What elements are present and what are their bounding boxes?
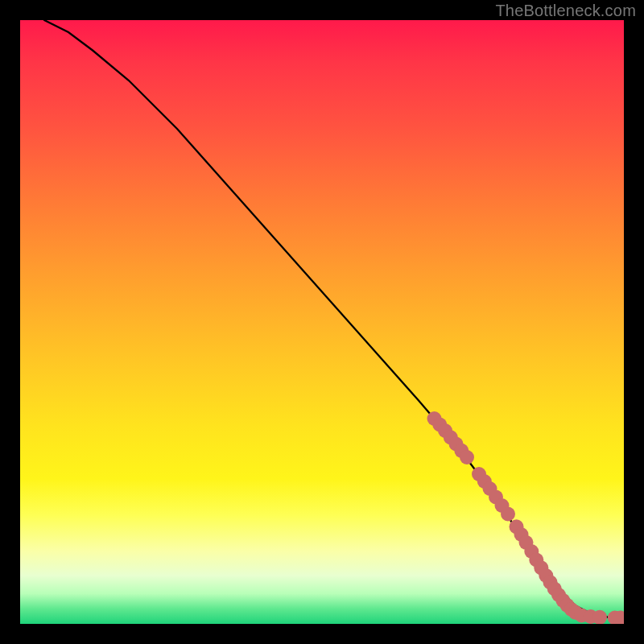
- data-point: [501, 507, 515, 522]
- chart-svg: [20, 20, 624, 624]
- data-point: [460, 450, 474, 464]
- watermark-text: TheBottleneck.com: [495, 2, 636, 20]
- marker-group: [427, 411, 625, 624]
- bottleneck-curve: [44, 20, 624, 618]
- chart-plot-area: [20, 20, 624, 624]
- data-point: [592, 610, 607, 624]
